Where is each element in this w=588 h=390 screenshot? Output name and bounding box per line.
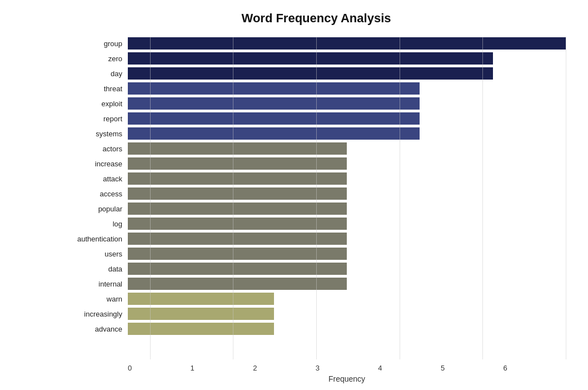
bar bbox=[128, 52, 493, 65]
bar-row: threat bbox=[67, 82, 566, 95]
grid-line bbox=[566, 37, 566, 359]
bar-row: authentication bbox=[67, 232, 566, 245]
bar bbox=[128, 187, 347, 200]
bar-row: log bbox=[67, 217, 566, 230]
bar bbox=[128, 142, 347, 155]
chart-container: Word Frequency Analysis groupzerodaythre… bbox=[0, 0, 588, 390]
bar-label: systems bbox=[67, 130, 128, 138]
bar-track bbox=[128, 97, 566, 110]
bar-row: zero bbox=[67, 52, 566, 65]
bar-label: log bbox=[67, 220, 128, 228]
bar-row: popular bbox=[67, 202, 566, 215]
bar bbox=[128, 308, 274, 320]
bar-row: group bbox=[67, 37, 566, 50]
bar-track bbox=[128, 187, 566, 200]
bar-row: exploit bbox=[67, 97, 566, 110]
x-tick-label: 0 bbox=[128, 364, 191, 372]
bar-row: warn bbox=[67, 292, 566, 305]
bar-label: threat bbox=[67, 85, 128, 93]
bar-row: internal bbox=[67, 277, 566, 290]
bar-label: actors bbox=[67, 145, 128, 153]
x-tick-label: 4 bbox=[378, 364, 441, 372]
bar-label: increase bbox=[67, 160, 128, 168]
bar-track bbox=[128, 307, 566, 320]
x-axis-labels: 0123456 bbox=[128, 364, 566, 372]
bar bbox=[128, 278, 347, 290]
bar-label: advance bbox=[67, 325, 128, 333]
bar-track bbox=[128, 247, 566, 260]
bar-track bbox=[128, 127, 566, 140]
bar-track bbox=[128, 37, 566, 50]
bar-label: report bbox=[67, 115, 128, 123]
bar bbox=[128, 127, 420, 140]
bar-row: access bbox=[67, 187, 566, 200]
bar bbox=[128, 293, 274, 305]
bar-label: attack bbox=[67, 175, 128, 183]
bar bbox=[128, 203, 347, 215]
bar-label: day bbox=[67, 70, 128, 78]
bar-track bbox=[128, 232, 566, 245]
bar-label: exploit bbox=[67, 100, 128, 108]
bar-track bbox=[128, 67, 566, 80]
bar-track bbox=[128, 292, 566, 305]
bar-row: advance bbox=[67, 322, 566, 335]
chart-title: Word Frequency Analysis bbox=[67, 11, 566, 26]
bar-label: internal bbox=[67, 280, 128, 288]
bar-track bbox=[128, 157, 566, 170]
bar-label: zero bbox=[67, 55, 128, 63]
bar-row: increasingly bbox=[67, 307, 566, 320]
bar-track bbox=[128, 112, 566, 125]
bar-label: group bbox=[67, 40, 128, 48]
bar-track bbox=[128, 142, 566, 155]
bar-label: users bbox=[67, 250, 128, 258]
bar-track bbox=[128, 172, 566, 185]
bar bbox=[128, 248, 347, 260]
bar-row: actors bbox=[67, 142, 566, 155]
x-axis-title: Frequency bbox=[128, 374, 566, 383]
bar-label: data bbox=[67, 265, 128, 273]
x-tick-label: 3 bbox=[316, 364, 378, 372]
bar-row: increase bbox=[67, 157, 566, 170]
bar-row: day bbox=[67, 67, 566, 80]
bar bbox=[128, 323, 274, 335]
bar-track bbox=[128, 262, 566, 275]
bar bbox=[128, 37, 566, 50]
bar-track bbox=[128, 217, 566, 230]
bar-row: systems bbox=[67, 127, 566, 140]
bar bbox=[128, 157, 347, 170]
x-tick-label: 6 bbox=[503, 364, 566, 372]
bar-track bbox=[128, 277, 566, 290]
bar bbox=[128, 82, 420, 95]
bar bbox=[128, 97, 420, 110]
bar-row: attack bbox=[67, 172, 566, 185]
chart-area: groupzerodaythreatexploitreportsystemsac… bbox=[67, 37, 566, 359]
bar-track bbox=[128, 52, 566, 65]
bar bbox=[128, 218, 347, 230]
x-tick-label: 5 bbox=[441, 364, 504, 372]
bar-track bbox=[128, 202, 566, 215]
bar-label: popular bbox=[67, 205, 128, 213]
bar bbox=[128, 67, 493, 80]
x-tick-label: 2 bbox=[253, 364, 316, 372]
bar-label: access bbox=[67, 190, 128, 198]
bar-track bbox=[128, 322, 566, 335]
bar-row: users bbox=[67, 247, 566, 260]
bar-label: authentication bbox=[67, 235, 128, 243]
bar bbox=[128, 263, 347, 275]
bar bbox=[128, 233, 347, 245]
x-tick-label: 1 bbox=[191, 364, 253, 372]
bar bbox=[128, 172, 347, 185]
bar-track bbox=[128, 82, 566, 95]
bar-label: increasingly bbox=[67, 310, 128, 318]
bar bbox=[128, 112, 420, 125]
bar-label: warn bbox=[67, 295, 128, 303]
bar-row: data bbox=[67, 262, 566, 275]
bar-row: report bbox=[67, 112, 566, 125]
